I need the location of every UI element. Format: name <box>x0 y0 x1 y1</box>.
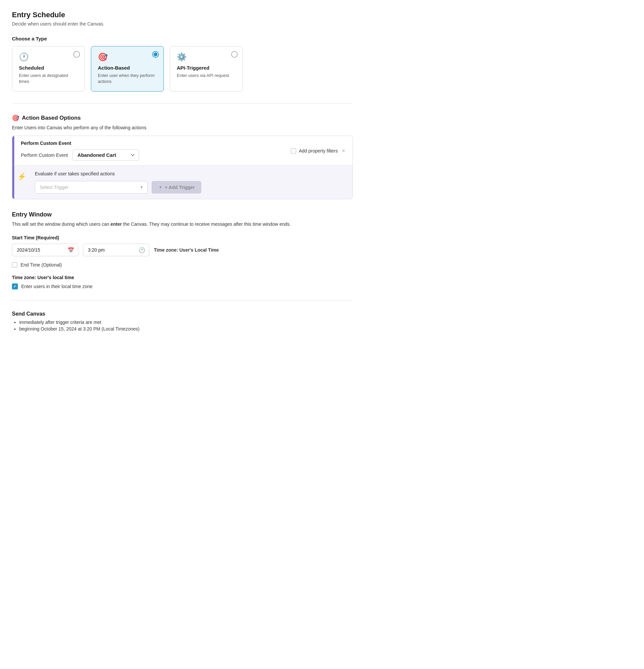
radio-action-based[interactable] <box>152 51 159 58</box>
type-cards-container: 🕐 Scheduled Enter users at designated ti… <box>12 46 353 91</box>
local-time-checkbox-label: Enter users in their local time zone <box>21 284 93 289</box>
trigger-row: ⚡ Evaluate if user takes specified actio… <box>12 166 352 199</box>
send-canvas-bullet-2: beginning October 15, 2024 at 3:20 PM (L… <box>19 326 353 331</box>
start-time-label: Start Time (Required) <box>12 235 353 240</box>
local-time-row: Enter users in their local time zone <box>12 283 353 289</box>
action-row-content: Perform Custom Event Perform Custom Even… <box>15 136 352 166</box>
action-based-title: Action-Based <box>98 65 157 71</box>
abandoned-cart-dropdown[interactable]: Abandoned Cart Added to Cart Purchase Se… <box>73 149 139 161</box>
select-trigger-dropdown[interactable]: Select Trigger <box>35 181 148 194</box>
action-based-desc: Enter user when they perform actions <box>98 73 157 85</box>
choose-type-label: Choose a Type <box>12 36 353 41</box>
perform-custom-event-label: Perform Custom Event <box>21 153 68 158</box>
trigger-desc: Evaluate if user takes specified actions <box>35 171 347 176</box>
left-bar-purple <box>12 136 14 166</box>
add-trigger-label: + Add Trigger <box>165 185 195 190</box>
type-card-action-based[interactable]: 🎯 Action-Based Enter user when they perf… <box>91 46 164 91</box>
entry-window-desc: This will set the window during which us… <box>12 221 353 228</box>
trigger-select-wrapper: Select Trigger ▼ <box>35 181 148 194</box>
perform-custom-event-row: Perform Custom Event Perform Custom Even… <box>12 136 352 166</box>
clock-icon: 🕐 <box>19 52 78 62</box>
trigger-content: Evaluate if user takes specified actions… <box>29 166 352 199</box>
scheduled-desc: Enter users at designated times <box>19 73 78 85</box>
api-triggered-desc: Enter users via API request <box>177 73 236 79</box>
type-card-api-triggered[interactable]: ⚙️ API-Triggered Enter users via API req… <box>170 46 243 91</box>
send-canvas-bullet-1: immediately after trigger criteria are m… <box>19 319 353 325</box>
send-canvas-title: Send Canvas <box>12 311 353 317</box>
action-row-fields: Perform Custom Event Abandoned Cart Adde… <box>21 149 286 161</box>
action-options-header: 🎯 Action Based Options <box>12 114 353 122</box>
trigger-lightning-area: ⚡ <box>14 166 29 199</box>
end-time-label: End Time (Optional) <box>20 262 62 268</box>
type-card-scheduled[interactable]: 🕐 Scheduled Enter users at designated ti… <box>12 46 85 91</box>
local-time-checkbox[interactable] <box>12 283 18 289</box>
action-block: Perform Custom Event Perform Custom Even… <box>12 136 353 199</box>
add-trigger-plus-icon: ＋ <box>158 184 163 190</box>
property-filters-checkbox[interactable] <box>291 148 296 154</box>
trigger-fields: Select Trigger ▼ ＋ + Add Trigger <box>35 181 347 194</box>
action-row-main: Perform Custom Event Perform Custom Even… <box>21 141 286 161</box>
action-options-title: Action Based Options <box>22 115 81 121</box>
target-icon: 🎯 <box>98 52 157 62</box>
gear-icon: ⚙️ <box>177 52 236 62</box>
end-time-row: End Time (Optional) <box>12 262 353 268</box>
local-time-section-title: Time zone: User's local time <box>12 275 353 280</box>
add-property-filters-area[interactable]: Add property filters × <box>291 148 347 154</box>
divider-2 <box>12 300 353 300</box>
page-title: Entry Schedule <box>12 11 353 19</box>
entry-window-title: Entry Window <box>12 211 353 218</box>
entry-window-desc-end: the Canvas. They may continue to receive… <box>122 222 291 227</box>
lightning-icon: ⚡ <box>17 172 26 181</box>
date-input-wrapper: 📅 <box>12 244 78 256</box>
api-triggered-title: API-Triggered <box>177 65 236 71</box>
add-property-filters-label: Add property filters <box>299 148 338 154</box>
action-options-desc: Enter Users into Canvas who perform any … <box>12 125 353 130</box>
radio-scheduled[interactable] <box>73 51 80 58</box>
add-trigger-button[interactable]: ＋ + Add Trigger <box>152 181 201 194</box>
target-section-icon: 🎯 <box>12 114 19 122</box>
end-time-checkbox[interactable] <box>12 262 17 268</box>
start-time-input[interactable] <box>83 244 149 256</box>
timezone-label: Time zone: User's Local Time <box>154 247 219 253</box>
page-subtitle: Decide when users should enter the Canva… <box>12 21 353 27</box>
start-date-input[interactable] <box>12 244 78 256</box>
datetime-row: 📅 🕐 Time zone: User's Local Time <box>12 244 353 256</box>
entry-window-desc-bold: enter <box>110 222 122 227</box>
send-canvas-list: immediately after trigger criteria are m… <box>12 319 353 331</box>
divider-1 <box>12 103 353 104</box>
time-input-wrapper: 🕐 <box>83 244 149 256</box>
close-action-button[interactable]: × <box>340 148 347 154</box>
radio-api-triggered[interactable] <box>231 51 238 58</box>
scheduled-title: Scheduled <box>19 65 78 71</box>
perform-custom-event-inner: Perform Custom Event Perform Custom Even… <box>15 136 352 166</box>
entry-window-desc-start: This will set the window during which us… <box>12 222 110 227</box>
perform-custom-event-title: Perform Custom Event <box>21 141 286 146</box>
